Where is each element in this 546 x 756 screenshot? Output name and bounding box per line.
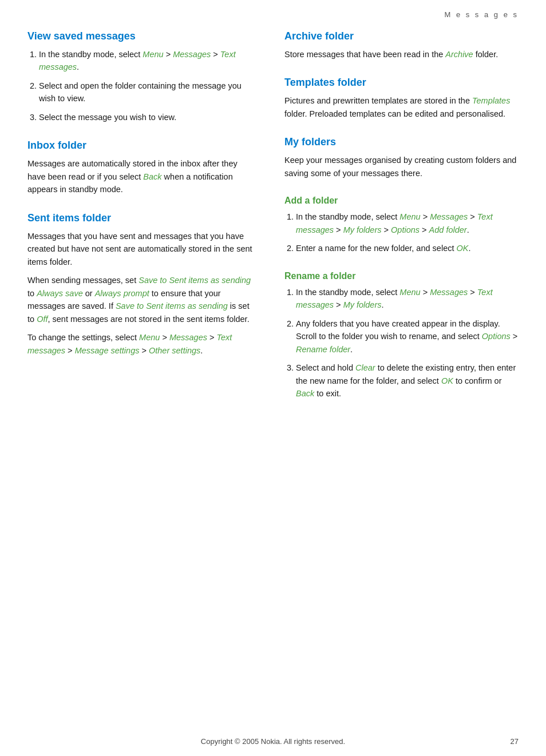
section-templates-folder: Templates folderPictures and prewritten …: [284, 77, 519, 120]
section-title-templates-folder: Templates folder: [284, 77, 519, 89]
section-title-sent-items: Sent items folder: [27, 212, 256, 224]
section-inbox-folder: Inbox folderMessages are automatically s…: [27, 140, 256, 196]
paragraph: Messages that you have sent and messages…: [27, 230, 256, 268]
section-view-saved: View saved messagesIn the standby mode, …: [27, 30, 256, 124]
section-title-rename-folder: Rename a folder: [284, 271, 519, 281]
section-title-my-folders: My folders: [284, 136, 519, 148]
list-item: Any folders that you have created appear…: [296, 317, 519, 356]
section-my-folders: My foldersKeep your messages organised b…: [284, 136, 519, 180]
paragraph: When sending messages, set Save to Sent …: [27, 274, 256, 325]
right-column: Archive folderStore messages that have b…: [273, 30, 519, 416]
section-archive-folder: Archive folderStore messages that have b…: [284, 30, 519, 61]
list-item: Select the message you wish to view.: [39, 111, 256, 124]
list-item: Enter a name for the new folder, and sel…: [296, 242, 519, 254]
left-column: View saved messagesIn the standby mode, …: [27, 30, 273, 416]
section-add-folder: Add a folderIn the standby mode, select …: [284, 196, 519, 254]
section-rename-folder: Rename a folderIn the standby mode, sele…: [284, 271, 519, 400]
section-title-view-saved: View saved messages: [27, 30, 256, 42]
paragraph: To change the settings, select Menu > Me…: [27, 331, 256, 357]
page-header: M e s s a g e s: [0, 0, 546, 19]
list-item: In the standby mode, select Menu > Messa…: [39, 48, 256, 74]
list-item: In the standby mode, select Menu > Messa…: [296, 210, 519, 236]
footer: Copyright © 2005 Nokia. All rights reser…: [0, 737, 546, 746]
paragraph: Pictures and prewritten templates are st…: [284, 94, 519, 120]
section-title-inbox-folder: Inbox folder: [27, 140, 256, 152]
list-item: In the standby mode, select Menu > Messa…: [296, 286, 519, 312]
page-number: 27: [511, 737, 519, 746]
paragraph: Keep your messages organised by creating…: [284, 154, 519, 180]
list-item: Select and hold Clear to delete the exis…: [296, 361, 519, 400]
paragraph: Store messages that have been read in th…: [284, 48, 519, 61]
list-item: Select and open the folder containing th…: [39, 79, 256, 105]
section-sent-items: Sent items folderMessages that you have …: [27, 212, 256, 357]
section-title-archive-folder: Archive folder: [284, 30, 519, 42]
paragraph: Messages are automatically stored in the…: [27, 157, 256, 196]
section-title-add-folder: Add a folder: [284, 196, 519, 206]
